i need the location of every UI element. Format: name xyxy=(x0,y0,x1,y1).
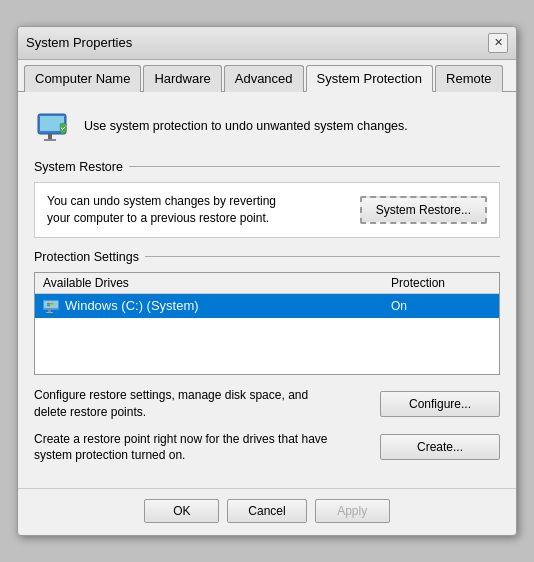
svg-rect-8 xyxy=(47,303,50,305)
svg-rect-11 xyxy=(50,305,53,307)
tab-bar: Computer Name Hardware Advanced System P… xyxy=(18,60,516,92)
configure-button[interactable]: Configure... xyxy=(380,391,500,417)
col-available-drives: Available Drives xyxy=(43,276,391,290)
configure-description: Configure restore settings, manage disk … xyxy=(34,387,334,421)
tab-hardware[interactable]: Hardware xyxy=(143,65,221,92)
drive-icon xyxy=(43,299,61,313)
system-protection-icon xyxy=(34,106,74,146)
table-body: Windows (C:) (System) On xyxy=(35,294,499,374)
system-restore-section: System Restore You can undo system chang… xyxy=(34,160,500,238)
window-title: System Properties xyxy=(26,35,132,50)
tab-advanced[interactable]: Advanced xyxy=(224,65,304,92)
system-restore-button[interactable]: System Restore... xyxy=(360,196,487,224)
header-description: Use system protection to undo unwanted s… xyxy=(84,119,408,133)
drive-cell: Windows (C:) (System) xyxy=(43,298,391,313)
title-bar: System Properties ✕ xyxy=(18,27,516,60)
tab-content: Use system protection to undo unwanted s… xyxy=(18,92,516,488)
table-row[interactable]: Windows (C:) (System) On xyxy=(35,294,499,318)
header-section: Use system protection to undo unwanted s… xyxy=(34,106,500,146)
ok-button[interactable]: OK xyxy=(144,499,219,523)
system-restore-box: You can undo system changes by reverting… xyxy=(34,182,500,238)
svg-rect-7 xyxy=(46,312,53,313)
system-properties-window: System Properties ✕ Computer Name Hardwa… xyxy=(17,26,517,536)
svg-rect-6 xyxy=(48,310,51,312)
tab-remote[interactable]: Remote xyxy=(435,65,503,92)
cancel-button[interactable]: Cancel xyxy=(227,499,306,523)
table-header: Available Drives Protection xyxy=(35,273,499,294)
system-restore-label: System Restore xyxy=(34,160,500,174)
drive-name: Windows (C:) (System) xyxy=(65,298,199,313)
section-divider-2 xyxy=(145,256,500,257)
col-protection: Protection xyxy=(391,276,491,290)
tab-system-protection[interactable]: System Protection xyxy=(306,65,434,92)
apply-button[interactable]: Apply xyxy=(315,499,390,523)
protection-settings-label: Protection Settings xyxy=(34,250,500,264)
section-divider xyxy=(129,166,500,167)
drives-table: Available Drives Protection xyxy=(34,272,500,375)
svg-rect-3 xyxy=(44,139,56,141)
create-button[interactable]: Create... xyxy=(380,434,500,460)
tab-computer-name[interactable]: Computer Name xyxy=(24,65,141,92)
system-restore-description: You can undo system changes by reverting… xyxy=(47,193,287,227)
svg-rect-10 xyxy=(47,305,50,307)
svg-rect-2 xyxy=(48,134,52,139)
protection-settings-section: Protection Settings Available Drives Pro… xyxy=(34,250,500,375)
svg-rect-9 xyxy=(50,303,53,305)
close-button[interactable]: ✕ xyxy=(488,33,508,53)
create-row: Create a restore point right now for the… xyxy=(34,431,500,465)
protection-status: On xyxy=(391,299,491,313)
dialog-footer: OK Cancel Apply xyxy=(18,488,516,535)
create-description: Create a restore point right now for the… xyxy=(34,431,334,465)
configure-row: Configure restore settings, manage disk … xyxy=(34,387,500,421)
